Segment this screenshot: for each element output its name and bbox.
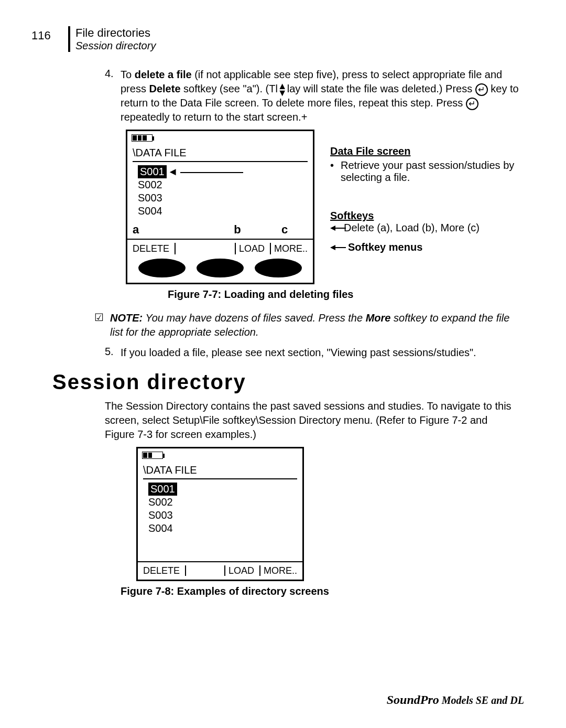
file-list: S001 S002 S003 S004 <box>148 483 302 535</box>
svg-marker-1 <box>330 226 335 231</box>
footer-models: Models SE and DL <box>439 694 524 706</box>
page-number: 116 <box>31 29 51 42</box>
column-labels: a b c <box>127 223 313 237</box>
softkey-row: DELETE LOAD MORE.. <box>127 239 313 259</box>
list-item: S002 <box>148 496 302 509</box>
list-item: S002 <box>138 178 313 191</box>
footer: SoundPro Models SE and DL <box>387 693 524 707</box>
section-title: Session directory <box>52 370 519 394</box>
list-item: S004 <box>148 522 302 535</box>
note-text: NOTE: You may have dozens of files saved… <box>110 311 519 339</box>
softkey-row: DELETE LOAD MORE.. <box>138 561 302 580</box>
header-subtitle: Session directory <box>75 40 524 52</box>
step-4-text: To delete a file (if not applicable see … <box>121 68 519 124</box>
selected-file: S001 <box>148 483 177 496</box>
list-item: S003 <box>148 509 302 522</box>
figure-7-8-caption: Figure 7-8: Examples of directory screen… <box>121 585 519 597</box>
up-down-icon: ▲▼ <box>278 83 287 96</box>
figure-7-7: \DATA FILE S001◄ S002 S003 S004 a b c DE… <box>126 130 519 284</box>
section-paragraph: The Session Directory contains the past … <box>105 399 519 442</box>
step-5-text: If you loaded a file, please see next se… <box>121 346 476 360</box>
anno-bullet: • Retrieve your past session/studies by … <box>330 159 519 184</box>
more-softkey: MORE.. <box>254 565 297 576</box>
enter-icon: ↵ <box>475 83 488 96</box>
softkey-button <box>197 259 244 277</box>
anno-heading: Softkeys <box>330 210 519 222</box>
anno-heading: Data File screen <box>330 145 519 157</box>
bullet-icon: • <box>330 159 341 184</box>
list-item: S003 <box>138 191 313 205</box>
arrow-icon <box>330 244 346 251</box>
softkey-button <box>255 259 302 277</box>
footer-brand: SoundPro <box>387 693 439 706</box>
figure-7-7-caption: Figure 7-7: Loading and deleting files <box>168 288 519 301</box>
list-item: S004 <box>138 205 313 218</box>
more-softkey: MORE.. <box>265 243 308 254</box>
selected-file: S001 <box>138 165 167 178</box>
step-4-number: 4. <box>105 68 121 124</box>
screen-path: \DATA FILE <box>133 147 313 159</box>
softkey-button <box>138 259 186 277</box>
header-title: File directories <box>75 26 524 40</box>
svg-marker-3 <box>330 245 335 250</box>
load-softkey: LOAD <box>219 565 254 576</box>
file-list: S001◄ S002 S003 S004 <box>138 165 313 218</box>
checkbox-icon: ☑ <box>94 311 110 339</box>
battery-icon <box>142 452 163 459</box>
delete-softkey: DELETE <box>143 565 189 576</box>
screen-path: \DATA FILE <box>143 464 302 476</box>
step-4: 4. To delete a file (if not applicable s… <box>105 68 519 124</box>
step-5-number: 5. <box>105 346 121 360</box>
figure-annotations: Data File screen • Retrieve your past se… <box>330 130 519 284</box>
delete-softkey: DELETE <box>133 243 179 254</box>
battery-icon <box>132 134 153 142</box>
figure-7-8-screen: \DATA FILE S001 S002 S003 S004 DELETE LO… <box>136 447 304 581</box>
note-block: ☑ NOTE: You may have dozens of files sav… <box>94 311 519 339</box>
page-header: File directories Session directory <box>68 26 524 52</box>
enter-icon: ↵ <box>466 98 478 110</box>
button-row <box>127 259 313 283</box>
step-5: 5. If you loaded a file, please see next… <box>105 346 519 360</box>
device-screen: \DATA FILE S001◄ S002 S003 S004 a b c DE… <box>126 130 314 284</box>
pointer-icon: ◄ <box>168 166 178 177</box>
load-softkey: LOAD <box>230 243 265 254</box>
